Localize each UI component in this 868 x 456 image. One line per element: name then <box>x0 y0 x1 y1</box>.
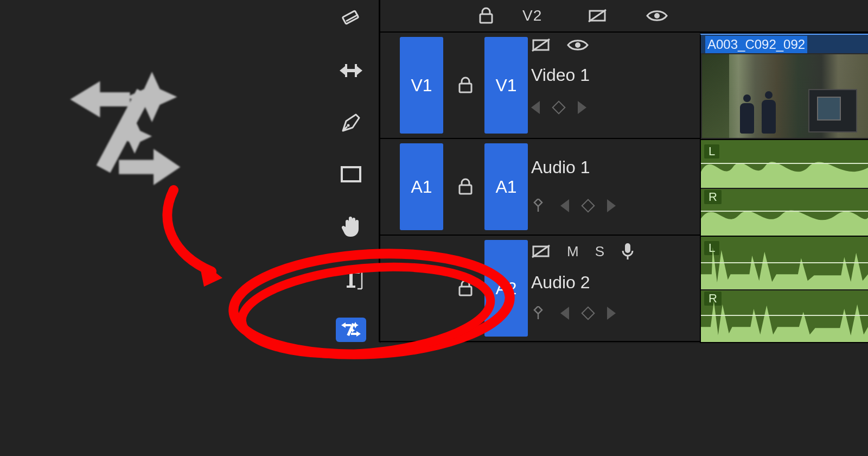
timeline-clips-area: A003_C092_092 L R L R <box>700 33 868 343</box>
slip-tool-button[interactable] <box>336 58 366 83</box>
razor-tool-button[interactable] <box>336 7 366 31</box>
next-keyframe-icon[interactable] <box>607 307 616 320</box>
svg-rect-27 <box>480 14 492 23</box>
keyframe-nav-a1[interactable] <box>560 199 616 212</box>
track-v2-label[interactable]: V2 <box>522 7 542 24</box>
svg-marker-3 <box>199 259 222 287</box>
rectangle-tool-icon <box>340 164 362 185</box>
svg-marker-8 <box>340 66 345 75</box>
track-a1-name: Audio 1 <box>531 157 590 178</box>
waveform-icon <box>701 140 868 188</box>
svg-point-34 <box>575 42 580 48</box>
lock-icon[interactable] <box>478 7 494 25</box>
track-target-v1[interactable]: V1 <box>484 37 528 134</box>
svg-rect-41 <box>625 243 630 253</box>
video-clip-thumbnail <box>702 54 868 138</box>
track-target-a1[interactable]: A1 <box>484 143 528 230</box>
svg-point-30 <box>654 13 660 18</box>
keyframe-mode-icon[interactable] <box>531 306 545 320</box>
toggle-output-icon[interactable] <box>531 243 551 259</box>
audio-clip-a2[interactable]: L R <box>700 237 868 343</box>
video-clip[interactable]: A003_C092_092 <box>700 34 868 140</box>
waveform-icon <box>701 237 868 289</box>
svg-rect-36 <box>534 199 542 206</box>
next-keyframe-icon[interactable] <box>607 199 616 212</box>
track-v1-name: Video 1 <box>531 65 590 85</box>
add-keyframe-icon[interactable] <box>581 199 595 212</box>
eye-icon[interactable] <box>646 9 668 23</box>
svg-marker-2 <box>154 149 180 185</box>
mute-button[interactable]: M <box>567 243 579 260</box>
slip-tool-icon <box>339 60 363 81</box>
source-patch-a1-label: A1 <box>411 177 432 197</box>
rectangle-tool-button[interactable] <box>336 162 366 186</box>
razor-tool-icon <box>339 7 363 31</box>
eye-icon[interactable] <box>567 38 589 52</box>
pen-tool-icon <box>340 111 362 134</box>
track-target-v1-label: V1 <box>495 75 516 96</box>
source-patch-v1-label: V1 <box>411 75 432 96</box>
keyframe-nav-v1[interactable] <box>531 101 586 114</box>
svg-point-13 <box>347 124 349 126</box>
audio-clip-a1[interactable]: L R <box>700 140 868 237</box>
svg-marker-10 <box>357 66 362 75</box>
prev-keyframe-icon[interactable] <box>560 307 569 320</box>
lock-icon[interactable] <box>457 76 474 94</box>
next-keyframe-icon[interactable] <box>578 101 586 114</box>
lock-icon[interactable] <box>457 178 474 196</box>
svg-rect-43 <box>534 306 542 314</box>
waveform-icon <box>701 188 868 236</box>
solo-button[interactable]: S <box>595 243 604 260</box>
track-a2-name: Audio 2 <box>531 273 590 293</box>
prev-keyframe-icon[interactable] <box>560 199 569 212</box>
prev-keyframe-icon[interactable] <box>531 101 540 114</box>
svg-rect-6 <box>342 10 359 24</box>
track-header-v2: V2 <box>380 0 868 33</box>
pen-tool-button[interactable] <box>336 110 366 135</box>
svg-rect-35 <box>459 185 471 194</box>
track-target-a1-label: A1 <box>495 177 516 197</box>
source-patch-a1[interactable]: A1 <box>400 143 443 230</box>
svg-marker-0 <box>70 81 100 118</box>
annotation-circle-icon <box>220 233 524 375</box>
waveform-icon <box>701 289 868 342</box>
add-keyframe-icon[interactable] <box>581 306 595 320</box>
add-keyframe-icon[interactable] <box>552 100 565 114</box>
source-patch-v1[interactable]: V1 <box>400 37 443 134</box>
svg-rect-31 <box>459 84 471 92</box>
remix-tool-large-icon <box>43 43 201 201</box>
voiceover-mic-icon[interactable] <box>621 242 635 261</box>
keyframe-mode-icon[interactable] <box>531 199 545 213</box>
toggle-output-icon[interactable] <box>531 37 551 53</box>
video-clip-label: A003_C092_092 <box>705 36 807 53</box>
toggle-output-icon[interactable] <box>588 8 607 24</box>
svg-rect-14 <box>342 167 360 181</box>
keyframe-nav-a2[interactable] <box>560 307 616 320</box>
